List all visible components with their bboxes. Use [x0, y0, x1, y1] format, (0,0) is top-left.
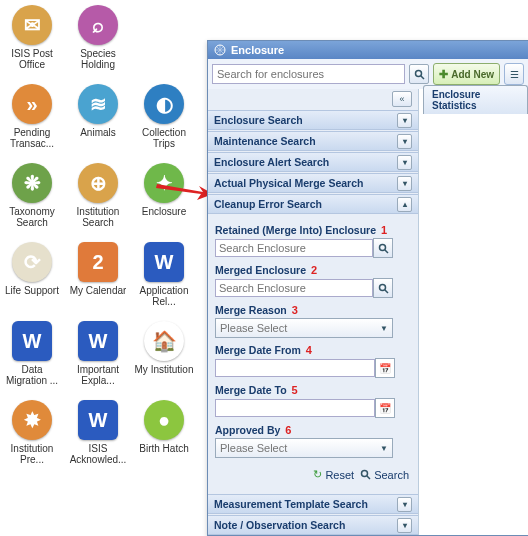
retained-enclosure-input[interactable]	[215, 239, 373, 257]
chevron-down-icon: ▾	[397, 155, 412, 170]
annotation-1: 1	[381, 224, 387, 236]
calendar-icon[interactable]: 📅	[375, 398, 395, 418]
accordion-cleanup-error-search[interactable]: Cleanup Error Search ▴	[208, 194, 418, 214]
accordion-label: Enclosure Alert Search	[214, 156, 329, 168]
desktop-icon-label: My Calendar	[70, 285, 127, 296]
desktop-icon[interactable]: ●Birth Hatch	[134, 400, 194, 465]
svg-point-5	[379, 284, 385, 290]
desktop-icon-label: Data Migration ...	[2, 364, 62, 386]
app-icon: W	[78, 321, 118, 361]
desktop-icon[interactable]: ✦Enclosure	[134, 163, 194, 228]
svg-line-2	[421, 76, 424, 79]
desktop-icon-label: Pending Transac...	[2, 127, 62, 149]
accordion-maintenance-search[interactable]: Maintenance Search ▾	[208, 131, 418, 151]
accordion-label: Cleanup Error Search	[214, 198, 322, 210]
cleanup-error-search-body: Retained (Merge Into) Enclosure 1 Merged…	[208, 214, 418, 493]
chevron-down-icon: ▼	[380, 444, 388, 453]
merged-lookup-button[interactable]	[373, 278, 393, 298]
search-icon	[360, 469, 371, 480]
svg-line-8	[367, 476, 370, 479]
accordion-label: Enclosure Search	[214, 114, 303, 126]
app-icon: »	[12, 84, 52, 124]
accordion-enclosure-search[interactable]: Enclosure Search ▾	[208, 110, 418, 130]
retained-lookup-button[interactable]	[373, 238, 393, 258]
accordion-label: Note / Observation Search	[214, 519, 345, 531]
app-icon: ⊕	[78, 163, 118, 203]
app-icon: ◐	[144, 84, 184, 124]
window-icon	[214, 44, 226, 56]
merge-date-from-label: Merge Date From 4	[215, 344, 411, 356]
select-value: Please Select	[220, 322, 287, 334]
chevron-up-icon: ▴	[397, 197, 412, 212]
svg-point-1	[415, 70, 421, 76]
app-icon: W	[78, 400, 118, 440]
desktop-icon[interactable]: WData Migration ...	[2, 321, 62, 386]
app-icon: ⟳	[12, 242, 52, 282]
desktop-icon[interactable]: 🏠My Institution	[134, 321, 194, 386]
desktop-icon[interactable]: ⟳Life Support	[2, 242, 62, 307]
desktop-icon[interactable]: 2My Calendar	[68, 242, 128, 307]
desktop-icon-label: Institution Search	[68, 206, 128, 228]
annotation-5: 5	[292, 384, 298, 396]
configure-button[interactable]: ☰	[504, 63, 524, 85]
desktop-icon-label: My Institution	[135, 364, 194, 375]
desktop-icon[interactable]: ≋Animals	[68, 84, 128, 149]
accordion-measurement-template[interactable]: Measurement Template Search ▾	[208, 494, 418, 514]
chevron-down-icon: ▾	[397, 134, 412, 149]
desktop-icon[interactable]: ⌕Species Holding	[68, 5, 128, 70]
svg-line-4	[385, 250, 388, 253]
collapse-left-button[interactable]: «	[392, 91, 412, 107]
desktop-icon[interactable]: WISIS Acknowled...	[68, 400, 128, 465]
merged-enclosure-input[interactable]	[215, 279, 373, 297]
desktop-icon[interactable]: ✸Institution Pre...	[2, 400, 62, 465]
desktop-icon[interactable]: ◐Collection Trips	[134, 84, 194, 149]
desktop-icon-label: Important Expla...	[68, 364, 128, 386]
merge-date-from-input[interactable]	[215, 359, 375, 377]
add-new-button[interactable]: Add New	[433, 63, 500, 85]
right-content-pane: Enclosure Statistics	[419, 89, 528, 535]
desktop-icon-label: ISIS Acknowled...	[68, 443, 128, 465]
titlebar[interactable]: Enclosure	[208, 41, 528, 59]
app-icon: ✦	[144, 163, 184, 203]
tab-label: Enclosure Statistics	[432, 89, 480, 111]
accordion-note-observation[interactable]: Note / Observation Search ▾	[208, 515, 418, 535]
desktop-icon-label: Institution Pre...	[2, 443, 62, 465]
tab-enclosure-statistics[interactable]: Enclosure Statistics	[423, 85, 528, 114]
app-icon: ⌕	[78, 5, 118, 45]
search-button[interactable]: Search	[360, 468, 409, 481]
calendar-icon[interactable]: 📅	[375, 358, 395, 378]
search-icon-button[interactable]	[409, 64, 429, 84]
desktop-icon[interactable]: »Pending Transac...	[2, 84, 62, 149]
merge-date-to-label: Merge Date To 5	[215, 384, 411, 396]
annotation-4: 4	[306, 344, 312, 356]
app-icon: ❋	[12, 163, 52, 203]
search-enclosures-input[interactable]	[212, 64, 405, 84]
desktop-icon-label: Enclosure	[142, 206, 186, 217]
accordion-label: Maintenance Search	[214, 135, 316, 147]
merge-reason-select[interactable]: Please Select ▼	[215, 318, 393, 338]
app-icon: 2	[78, 242, 118, 282]
search-label: Search	[374, 469, 409, 481]
desktop-icon[interactable]: ⊕Institution Search	[68, 163, 128, 228]
reset-label: Reset	[325, 469, 354, 481]
enclosure-window: Enclosure Add New ☰ « Enclosure Search ▾…	[207, 40, 528, 536]
merge-date-to-input[interactable]	[215, 399, 375, 417]
retained-enclosure-label: Retained (Merge Into) Enclosure 1	[215, 224, 411, 236]
accordion-actual-physical-merge[interactable]: Actual Physical Merge Search ▾	[208, 173, 418, 193]
desktop-icon[interactable]: WImportant Expla...	[68, 321, 128, 386]
chevron-down-icon: ▾	[397, 518, 412, 533]
desktop-icon[interactable]: ❋Taxonomy Search	[2, 163, 62, 228]
annotation-2: 2	[311, 264, 317, 276]
approved-by-select[interactable]: Please Select ▼	[215, 438, 393, 458]
svg-line-6	[385, 290, 388, 293]
window-title: Enclosure	[231, 44, 284, 56]
select-value: Please Select	[220, 442, 287, 454]
reset-icon: ↻	[313, 468, 322, 481]
accordion-enclosure-alert-search[interactable]: Enclosure Alert Search ▾	[208, 152, 418, 172]
desktop-icon[interactable]: WApplication Rel...	[134, 242, 194, 307]
desktop-icon-label: Birth Hatch	[139, 443, 188, 454]
app-icon: 🏠	[144, 321, 184, 361]
desktop-icon[interactable]: ✉ISIS Post Office	[2, 5, 62, 70]
reset-button[interactable]: ↻ Reset	[313, 468, 354, 481]
app-icon: ●	[144, 400, 184, 440]
